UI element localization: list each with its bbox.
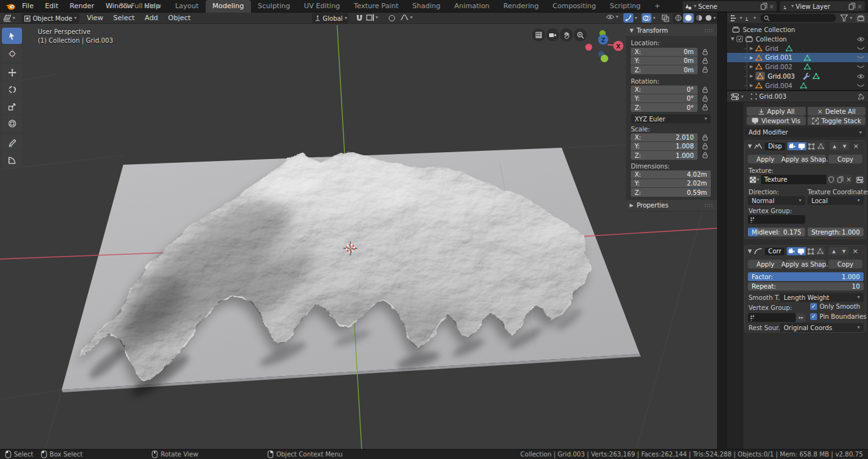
- tool-measure[interactable]: [2, 152, 22, 168]
- cage-toggle[interactable]: [815, 247, 825, 255]
- panel-expand-icon[interactable]: ▶: [630, 202, 633, 208]
- rotation-x-field[interactable]: X:0°: [631, 86, 698, 94]
- modifier-collapse-icon[interactable]: ▼: [748, 143, 752, 149]
- expand-icon[interactable]: ▶: [750, 46, 753, 51]
- overlays-toggle[interactable]: [642, 13, 652, 23]
- chevron-down-icon[interactable]: ▾: [713, 16, 716, 21]
- shading-rendered-button[interactable]: [704, 14, 713, 21]
- lock-icon[interactable]: [702, 95, 708, 102]
- outliner-row-grid-001[interactable]: ▶ Grid.001: [727, 53, 868, 62]
- viewport-toggle[interactable]: [797, 142, 806, 150]
- vertex-group-field[interactable]: [748, 313, 796, 322]
- transform-panel-header[interactable]: ▼ Transform ∷∷: [626, 25, 717, 36]
- tool-move[interactable]: [2, 64, 22, 80]
- location-x-field[interactable]: X:0m: [631, 48, 698, 57]
- eye-closed-icon[interactable]: [857, 83, 865, 89]
- factor-slider[interactable]: Factor:1.000: [748, 272, 864, 281]
- view-layer-name[interactable]: View Layer: [796, 3, 847, 10]
- scene-collection-label[interactable]: Scene Collection: [743, 26, 795, 33]
- only-smooth-checkbox[interactable]: ✓: [810, 303, 817, 310]
- panel-drag-handle[interactable]: ∷∷: [705, 202, 713, 209]
- tab-layout[interactable]: Layout: [168, 0, 205, 13]
- object-label[interactable]: Grid: [765, 45, 778, 52]
- mode-dropdown[interactable]: Object Mode ▾: [21, 13, 79, 23]
- dimensions-z-field[interactable]: Z:0.59m: [631, 188, 711, 197]
- copy-button[interactable]: Copy: [828, 260, 862, 268]
- duplicate-texture-button[interactable]: [835, 175, 845, 184]
- orthographic-toggle-button[interactable]: [532, 28, 545, 41]
- viewport-vis-button[interactable]: Viewport Vis: [747, 116, 806, 125]
- outliner-row-grid-004[interactable]: ▶ Grid.004: [727, 81, 868, 90]
- proportional-editing-toggle[interactable]: [389, 15, 395, 21]
- move-down-button[interactable]: ▼: [840, 142, 849, 150]
- transform-orientation-dropdown[interactable]: Global ▾: [312, 13, 348, 23]
- add-workspace-button[interactable]: +: [647, 0, 667, 13]
- invert-vgroup-button[interactable]: ↔: [796, 313, 806, 322]
- apply-all-button[interactable]: Apply All: [747, 107, 806, 116]
- tab-texture-paint[interactable]: Texture Paint: [347, 0, 406, 13]
- panel-collapse-icon[interactable]: ▼: [630, 28, 633, 33]
- shading-material-button[interactable]: [694, 14, 704, 21]
- snap-target-dropdown[interactable]: ▾: [366, 14, 378, 21]
- outliner-row-grid-002[interactable]: ▶ Grid.002: [727, 62, 868, 71]
- rotation-mode-dropdown[interactable]: XYZ Euler▾: [631, 114, 711, 123]
- pin-icon[interactable]: [858, 93, 865, 100]
- dimensions-x-field[interactable]: X:4.02m: [631, 170, 711, 179]
- snap-magnet-icon[interactable]: [356, 14, 363, 22]
- menu-view[interactable]: View: [82, 13, 108, 24]
- scale-x-field[interactable]: X:2.010: [631, 133, 698, 142]
- fake-user-button[interactable]: [826, 175, 835, 184]
- zoom-view-button[interactable]: [574, 28, 587, 41]
- chevron-down-icon[interactable]: ▾: [850, 16, 852, 21]
- tab-shading[interactable]: Shading: [406, 0, 448, 13]
- lock-icon[interactable]: [702, 152, 708, 159]
- move-down-button[interactable]: ▼: [839, 247, 849, 255]
- pan-view-button[interactable]: [560, 28, 573, 41]
- lock-icon[interactable]: [702, 86, 708, 94]
- tab-3d-full-view[interactable]: 3D Full View: [112, 0, 168, 13]
- modifier-collapse-icon[interactable]: ▼: [748, 248, 752, 254]
- smooth-type-dropdown[interactable]: Length Weight▾: [780, 293, 864, 302]
- tab-compositing[interactable]: Compositing: [546, 0, 603, 13]
- collection-checkbox[interactable]: ✓: [737, 36, 743, 42]
- delete-all-button[interactable]: ×Delete All: [808, 107, 865, 116]
- midlevel-slider[interactable]: Midlevel:0.175: [748, 228, 805, 236]
- tab-rendering[interactable]: Rendering: [496, 0, 545, 13]
- panel-drag-handle[interactable]: ∷∷: [705, 28, 713, 34]
- proportional-falloff-dropdown[interactable]: ▾: [400, 14, 413, 21]
- object-label[interactable]: Grid.001: [765, 54, 792, 61]
- object-label[interactable]: Grid.002: [765, 64, 792, 70]
- apply-as-shape-button[interactable]: Apply as Shap..: [786, 155, 826, 163]
- tab-modeling[interactable]: Modeling: [206, 0, 251, 13]
- chevron-down-icon[interactable]: ▾: [740, 16, 742, 21]
- properties-panel-header[interactable]: ▶ Properties ∷∷: [626, 200, 717, 211]
- filter-funnel-icon[interactable]: [840, 14, 848, 21]
- apply-as-shape-button[interactable]: Apply as Shap..: [786, 260, 826, 268]
- lock-icon[interactable]: [702, 143, 708, 150]
- expand-icon[interactable]: ▶: [750, 64, 753, 69]
- chevron-down-icon[interactable]: ▾: [694, 4, 696, 9]
- lock-icon[interactable]: [702, 66, 708, 74]
- expand-icon[interactable]: ▶: [750, 83, 753, 88]
- visibility-dropdown[interactable]: ▾: [606, 14, 618, 20]
- menu-edit[interactable]: Edit: [39, 0, 64, 13]
- outliner-row-collection[interactable]: ▼ ✓ Collection: [727, 35, 868, 43]
- chevron-down-icon[interactable]: ▾: [791, 4, 794, 9]
- rotation-z-field[interactable]: Z:0°: [631, 103, 698, 112]
- move-up-button[interactable]: ▲: [830, 142, 839, 150]
- tool-annotate[interactable]: [2, 135, 22, 151]
- toggle-stack-button[interactable]: Toggle Stack: [808, 116, 865, 125]
- menu-file[interactable]: File: [16, 0, 39, 13]
- coords-dropdown[interactable]: Local▾: [808, 196, 864, 205]
- object-label[interactable]: Grid.003: [767, 73, 794, 80]
- gizmo-x-neg[interactable]: [586, 44, 593, 51]
- view-layer-selector[interactable]: ▾ View Layer ×: [780, 1, 865, 11]
- object-label[interactable]: Grid.004: [765, 82, 792, 89]
- tool-select-box[interactable]: [2, 28, 22, 44]
- close-icon[interactable]: ×: [857, 3, 862, 10]
- viewport-toggle[interactable]: [796, 247, 806, 255]
- dimensions-y-field[interactable]: Y:2.02m: [631, 179, 711, 188]
- expand-icon[interactable]: ▶: [750, 55, 753, 60]
- location-z-field[interactable]: Z:0m: [631, 65, 698, 74]
- scene-selector[interactable]: ▾ Scene ×: [682, 1, 777, 11]
